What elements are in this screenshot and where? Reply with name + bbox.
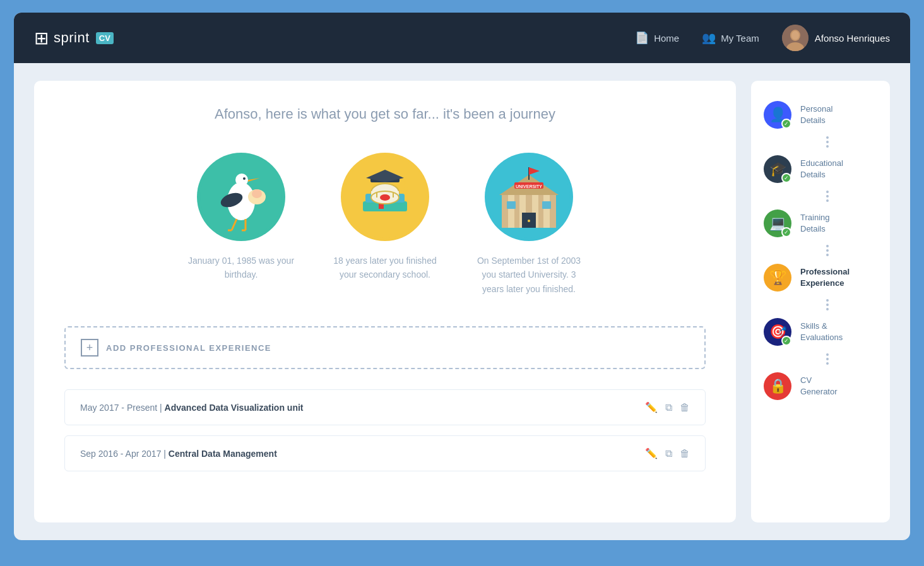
sidebar-item-skills[interactable]: 🎯 ✓ Skills &Evaluations [764, 313, 877, 351]
dots-4 [777, 297, 877, 313]
svg-rect-40 [507, 201, 516, 209]
svg-rect-37 [543, 195, 550, 228]
exp-title-1: Advanced Data Visualization unit [165, 403, 304, 413]
skills-icon: 🎯 ✓ [764, 318, 791, 346]
logo[interactable]: ⊞ sprint CV [34, 28, 114, 49]
exp-title-2: Central Data Management [169, 449, 277, 459]
timeline-item-birth: January 01, 1985 was your birthday. [184, 153, 298, 296]
educational-icon: 🎓 ✓ [764, 155, 791, 183]
svg-point-30 [404, 187, 408, 191]
school-desc: 18 years later you finished your seconda… [328, 254, 442, 282]
svg-point-26 [380, 194, 390, 201]
add-experience-label: ADD PROFESSIONAL EXPERIENCE [106, 343, 271, 353]
personal-icon: 👤 ✓ [764, 101, 791, 129]
sidebar-item-personal[interactable]: 👤 ✓ PersonalDetails [764, 96, 877, 134]
app-frame: ⊞ sprint CV 📄 Home 👥 My Team [14, 13, 910, 540]
team-icon: 👥 [702, 31, 716, 45]
svg-point-16 [252, 189, 262, 198]
delete-icon-1[interactable]: 🗑 [680, 402, 690, 413]
professional-label: ProfessionalExperience [800, 266, 850, 289]
journey-title: Afonso, here is what you get so far... i… [64, 106, 706, 122]
birth-illustration [197, 153, 285, 241]
delete-icon-2[interactable]: 🗑 [680, 448, 690, 459]
dots-3 [777, 242, 877, 259]
user-profile[interactable]: Afonso Henriques [782, 25, 890, 51]
sidebar-item-cv[interactable]: 🔒 CVGenerator [764, 367, 877, 405]
main-panel: Afonso, here is what you get so far... i… [34, 81, 736, 522]
logo-cv-badge: CV [96, 32, 114, 44]
nav-team[interactable]: 👥 My Team [702, 31, 759, 45]
experience-text-2: Sep 2016 - Apr 2017 | Central Data Manag… [80, 449, 277, 459]
sidebar-item-training[interactable]: 💻 ✓ TrainingDetails [764, 204, 877, 242]
university-desc: On September 1st of 2003 you started Uni… [472, 254, 586, 296]
dots-5 [777, 351, 877, 367]
birth-desc: January 01, 1985 was your birthday. [184, 254, 298, 282]
exp-actions-2: ✏️ ⧉ 🗑 [645, 447, 690, 459]
nav-home[interactable]: 📄 Home [635, 31, 679, 45]
svg-point-3 [791, 31, 799, 40]
exp-actions-1: ✏️ ⧉ 🗑 [645, 401, 690, 413]
exp-date-1: May 2017 - Present | [80, 403, 165, 413]
university-illustration: UNIVERSITY [485, 153, 573, 241]
svg-point-9 [243, 177, 246, 180]
svg-rect-41 [542, 201, 551, 209]
logo-text: sprint [54, 30, 90, 46]
nav-team-label: My Team [721, 33, 759, 44]
experience-text-1: May 2017 - Present | Advanced Data Visua… [80, 403, 304, 413]
personal-label: PersonalDetails [800, 103, 832, 126]
nav: 📄 Home 👥 My Team Afonso Henriques [635, 25, 890, 51]
copy-icon-1[interactable]: ⧉ [665, 402, 672, 413]
experience-item-1: May 2017 - Present | Advanced Data Visua… [64, 389, 706, 425]
user-name: Afonso Henriques [815, 33, 890, 44]
nav-home-label: Home [654, 33, 679, 44]
skills-check: ✓ [781, 336, 791, 346]
skills-label: Skills &Evaluations [800, 321, 843, 343]
content-area: Afonso, here is what you get so far... i… [14, 63, 910, 540]
copy-icon-2[interactable]: ⧉ [665, 448, 672, 459]
training-label: TrainingDetails [800, 212, 829, 235]
training-check: ✓ [781, 227, 791, 237]
sidebar-item-educational[interactable]: 🎓 ✓ EducationalDetails [764, 150, 877, 188]
dots-2 [777, 188, 877, 204]
edit-icon-1[interactable]: ✏️ [645, 401, 658, 413]
sidebar-item-professional[interactable]: 🏆 ProfessionalExperience [764, 259, 877, 297]
cv-icon: 🔒 [764, 372, 791, 400]
experience-item-2: Sep 2016 - Apr 2017 | Central Data Manag… [64, 435, 706, 471]
timeline-item-university: UNIVERSITY On September 1st of 2003 you … [472, 153, 586, 296]
edit-icon-2[interactable]: ✏️ [645, 447, 658, 459]
timeline-item-school: 18 years later you finished your seconda… [328, 153, 442, 296]
cv-label: CVGenerator [800, 375, 838, 398]
training-icon: 💻 ✓ [764, 209, 791, 237]
plus-icon: + [81, 339, 98, 357]
exp-date-2: Sep 2016 - Apr 2017 | [80, 449, 169, 459]
school-illustration [341, 153, 429, 241]
add-experience-button[interactable]: + ADD PROFESSIONAL EXPERIENCE [64, 326, 706, 369]
svg-point-39 [528, 220, 530, 222]
svg-point-7 [235, 174, 248, 186]
avatar [782, 25, 808, 51]
svg-rect-34 [508, 195, 514, 228]
educational-label: EducationalDetails [800, 158, 843, 180]
logo-icon: ⊞ [34, 28, 49, 49]
home-icon: 📄 [635, 31, 649, 45]
svg-text:UNIVERSITY: UNIVERSITY [516, 184, 542, 189]
sidebar: 👤 ✓ PersonalDetails 🎓 ✓ EducationalDetai… [751, 81, 890, 522]
dots-1 [777, 134, 877, 150]
educational-check: ✓ [781, 173, 791, 183]
personal-check: ✓ [781, 119, 791, 129]
timeline-row: January 01, 1985 was your birthday. [64, 153, 706, 296]
professional-icon: 🏆 [764, 264, 791, 292]
header: ⊞ sprint CV 📄 Home 👥 My Team [14, 13, 910, 63]
